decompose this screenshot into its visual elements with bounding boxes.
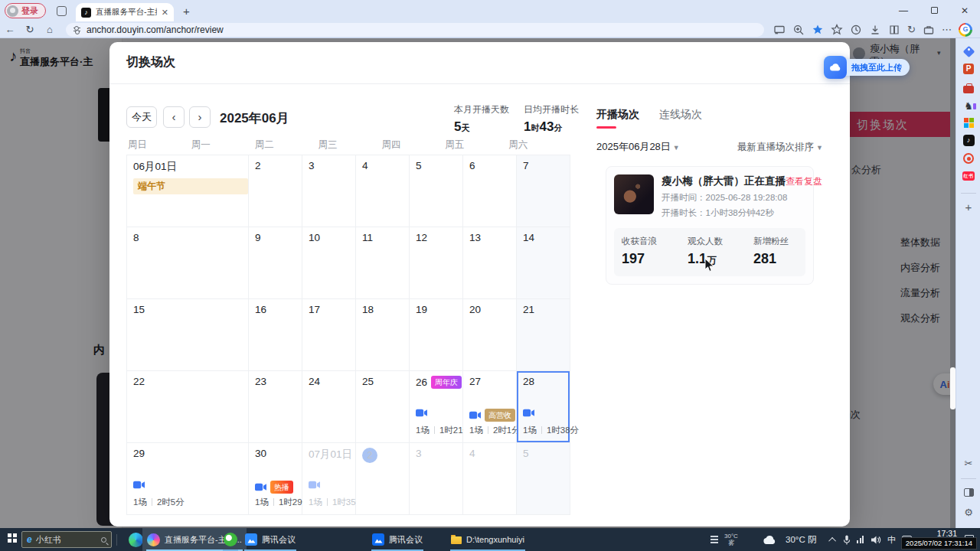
tray-expand-icon[interactable]: [831, 528, 836, 551]
zoom-icon[interactable]: [792, 24, 805, 36]
screenshot-scissors-icon[interactable]: ✂: [956, 458, 980, 469]
calendar-cell-5[interactable]: 5: [410, 155, 462, 227]
scrollbar-thumb[interactable]: [950, 367, 956, 409]
calendar-cell-4[interactable]: 4: [463, 443, 516, 514]
calendar-cell-3[interactable]: 3: [410, 443, 462, 514]
today-button[interactable]: 今天: [126, 106, 157, 128]
url-bar[interactable]: anchor.douyin.com/anchor/review: [66, 23, 764, 37]
calendar-cell-17[interactable]: 17: [302, 299, 355, 370]
day-number: 17: [309, 304, 320, 315]
taskbar-folder[interactable]: D:\tengxunhuiyi: [446, 528, 529, 551]
add-icon[interactable]: +: [956, 201, 980, 214]
calendar-cell-13[interactable]: 13: [463, 227, 516, 298]
calendar-cell-18[interactable]: 18: [356, 299, 409, 370]
calendar-cell-3[interactable]: 3: [302, 155, 355, 227]
download-icon[interactable]: [869, 24, 881, 36]
restore-session-icon[interactable]: ↻: [907, 24, 916, 35]
taskbar-search[interactable]: e 小红书: [21, 531, 112, 548]
split-view-icon[interactable]: [956, 488, 980, 497]
restore-button[interactable]: [919, 5, 949, 16]
browser-login-button[interactable]: 登录: [5, 3, 46, 18]
google-profile-icon[interactable]: G: [959, 23, 972, 37]
close-button[interactable]: ✕: [949, 5, 980, 16]
office-squares-icon[interactable]: [956, 118, 980, 128]
taskbar-meeting-1[interactable]: 腾讯会议: [240, 528, 300, 551]
calendar-cell-4[interactable]: 4: [356, 155, 409, 227]
calendar-cell-8[interactable]: 8: [127, 227, 248, 298]
calendar-cell-7[interactable]: 7: [517, 155, 570, 227]
taskbar-green-app[interactable]: [219, 528, 242, 551]
new-tab-button[interactable]: +: [183, 5, 190, 18]
chess-icon[interactable]: ♞: [956, 101, 980, 112]
calendar-cell-0701[interactable]: 07月01日1场1时35分: [302, 443, 355, 514]
weibo-icon[interactable]: [956, 153, 980, 164]
reading-list-icon[interactable]: [888, 24, 900, 36]
camera-icon: [469, 411, 481, 419]
calendar-cell-15[interactable]: 15: [127, 299, 248, 370]
calendar-cell-29[interactable]: 291场2时5分: [127, 443, 248, 514]
calendar-cell-12[interactable]: 12: [410, 227, 462, 298]
calendar-cell-16[interactable]: 16: [249, 299, 302, 370]
weather-text[interactable]: 30°C 阴: [786, 528, 816, 551]
calendar-cell-22[interactable]: 22: [127, 371, 248, 442]
calendar-cell-2[interactable]: 2: [356, 443, 409, 514]
page-scrollbar[interactable]: [950, 38, 956, 528]
next-month-button[interactable]: ›: [189, 106, 211, 128]
douyin-icon[interactable]: ♪: [956, 135, 980, 146]
powerpoint-icon[interactable]: P: [956, 64, 980, 74]
calendar-cell-10[interactable]: 10: [302, 227, 355, 298]
history-clock-icon[interactable]: [850, 24, 862, 36]
microphone-icon[interactable]: [843, 528, 851, 551]
back-icon[interactable]: ←: [0, 24, 20, 35]
tab-link-sessions[interactable]: 连线场次: [659, 108, 702, 129]
taskbar-meeting-2[interactable]: 腾讯会议: [368, 528, 427, 551]
calendar-cell-24[interactable]: 24: [302, 371, 355, 442]
prev-month-button[interactable]: ‹: [163, 106, 185, 128]
windows-start-button[interactable]: [8, 528, 18, 551]
ime-indicator[interactable]: 中: [887, 528, 896, 551]
calendar-cell-0601[interactable]: 06月01日端午节: [127, 155, 248, 227]
calendar-cell-19[interactable]: 19: [410, 299, 462, 370]
briefcase-icon[interactable]: [923, 24, 935, 36]
network-signal-icon[interactable]: [857, 528, 865, 551]
calendar-cell-5[interactable]: 5: [517, 443, 570, 514]
bookmark-filled-icon[interactable]: [812, 24, 824, 36]
calendar-cell-27[interactable]: 27高营收1场2时1分: [463, 371, 516, 442]
calendar-cell-23[interactable]: 23: [249, 371, 302, 442]
date-filter-dropdown[interactable]: 2025年06月28日▼: [596, 140, 680, 154]
reload-icon[interactable]: ↻: [20, 24, 40, 35]
site-settings-icon[interactable]: [74, 28, 80, 32]
calendar-cell-20[interactable]: 20: [463, 299, 516, 370]
drag-upload-button[interactable]: 拖拽至此上传: [824, 56, 910, 79]
home-icon[interactable]: ⌂: [40, 24, 60, 35]
calendar-cell-9[interactable]: 9: [249, 227, 302, 298]
calendar-cell-28[interactable]: 281场1时38分: [517, 371, 570, 442]
xiaohongshu-icon[interactable]: 红书: [956, 171, 980, 181]
more-icon[interactable]: ⋯: [942, 24, 952, 35]
weather-menu-icon[interactable]: [710, 528, 718, 551]
session-duration: 开播时长：1小时38分钟42秒: [662, 207, 805, 219]
calendar-cell-6[interactable]: 6: [463, 155, 516, 227]
sort-dropdown[interactable]: 最新直播场次排序▼: [737, 141, 823, 154]
browser-tab[interactable]: ♪ 直播服务平台-主播版 ✕: [76, 3, 174, 21]
tab-close-icon[interactable]: ✕: [162, 8, 168, 18]
day-number: 16: [255, 304, 266, 315]
bookmark-outline-icon[interactable]: [831, 24, 843, 36]
calendar-cell-26[interactable]: 26周年庆1场1时21分: [410, 371, 462, 442]
view-replay-link[interactable]: 查看复盘: [786, 175, 822, 188]
cast-icon[interactable]: [773, 24, 786, 36]
toolbox-icon[interactable]: [956, 83, 980, 93]
calendar-cell-25[interactable]: 25: [356, 371, 409, 442]
tab-live-sessions[interactable]: 开播场次: [596, 108, 639, 129]
weather-mini[interactable]: 30°C 雾: [724, 528, 738, 551]
tab-search-icon[interactable]: [57, 6, 67, 16]
calendar-cell-21[interactable]: 21: [517, 299, 570, 370]
bookmark-tag-icon[interactable]: [956, 47, 980, 56]
calendar-cell-14[interactable]: 14: [517, 227, 570, 298]
minimize-button[interactable]: —: [888, 5, 919, 16]
calendar-cell-30[interactable]: 30热播1场1时29分: [249, 443, 302, 514]
speaker-icon[interactable]: [871, 528, 881, 551]
settings-gear-icon[interactable]: ⚙: [956, 507, 980, 518]
calendar-cell-11[interactable]: 11: [356, 227, 409, 298]
calendar-cell-2[interactable]: 2: [249, 155, 302, 227]
